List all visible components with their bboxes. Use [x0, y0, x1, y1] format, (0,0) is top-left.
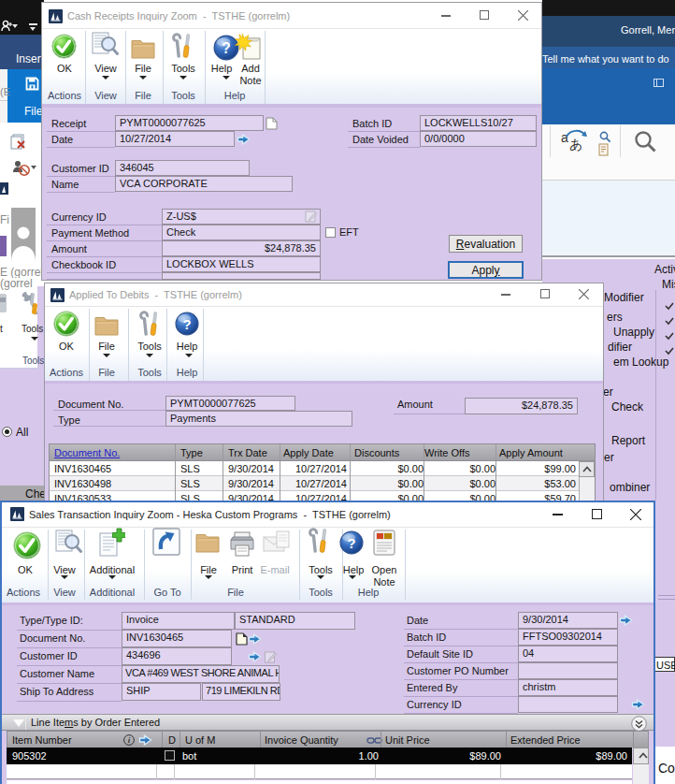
svg-text:?: ?	[347, 536, 355, 551]
svg-text:i: i	[128, 735, 131, 745]
svg-text:?: ?	[222, 40, 231, 56]
svg-text:?: ?	[182, 317, 191, 332]
